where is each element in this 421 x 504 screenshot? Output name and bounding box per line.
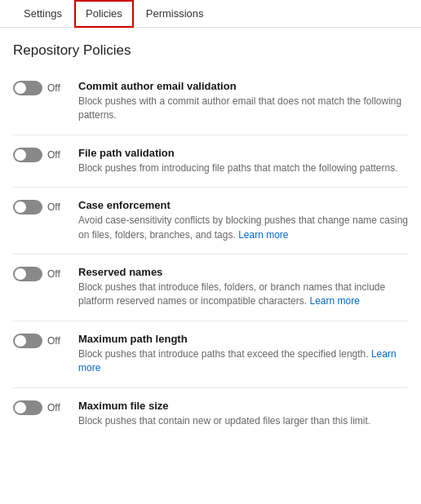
- policy-desc-case-enforcement: Avoid case-sensitivity conflicts by bloc…: [78, 214, 408, 242]
- policy-link-case-enforcement[interactable]: Learn more: [238, 229, 288, 241]
- policy-content-max-path-length: Maximum path lengthBlock pushes that int…: [78, 333, 408, 376]
- policy-name-max-file-size: Maximum file size: [78, 400, 408, 412]
- toggle-commit-author-email[interactable]: [13, 81, 42, 95]
- policy-item-max-path-length: OffMaximum path lengthBlock pushes that …: [13, 321, 408, 388]
- toggle-max-file-size[interactable]: [13, 400, 42, 415]
- nav-item-permissions[interactable]: Permissions: [135, 0, 215, 28]
- toggle-file-path-validation[interactable]: [13, 148, 42, 162]
- policy-item-commit-author-email: OffCommit author email validationBlock p…: [13, 69, 408, 135]
- policy-name-case-enforcement: Case enforcement: [78, 199, 408, 211]
- policy-content-commit-author-email: Commit author email validationBlock push…: [78, 80, 408, 123]
- toggle-label-commit-author-email: Off: [47, 82, 60, 94]
- toggle-label-reserved-names: Off: [47, 268, 60, 280]
- policy-name-reserved-names: Reserved names: [78, 266, 408, 278]
- policy-content-file-path-validation: File path validationBlock pushes from in…: [78, 147, 408, 175]
- toggle-label-max-path-length: Off: [47, 335, 60, 347]
- policy-desc-reserved-names: Block pushes that introduce files, folde…: [78, 281, 408, 309]
- toggle-container-reserved-names: Off: [13, 266, 78, 281]
- policy-desc-max-file-size: Block pushes that contain new or updated…: [78, 414, 408, 428]
- toggle-label-max-file-size: Off: [47, 402, 60, 413]
- nav-item-permissions-label: Permissions: [146, 7, 204, 20]
- toggle-label-case-enforcement: Off: [47, 201, 60, 213]
- policy-item-max-file-size: OffMaximum file sizeBlock pushes that co…: [13, 388, 408, 440]
- nav-item-settings[interactable]: Settings: [13, 0, 73, 28]
- nav-item-policies[interactable]: Policies: [74, 0, 134, 28]
- policy-name-max-path-length: Maximum path length: [78, 333, 408, 345]
- top-nav: Settings Policies Permissions: [0, 0, 421, 28]
- toggle-max-path-length[interactable]: [13, 334, 42, 348]
- policy-content-max-file-size: Maximum file sizeBlock pushes that conta…: [78, 400, 408, 428]
- page-title: Repository Policies: [0, 28, 421, 69]
- policy-link-reserved-names[interactable]: Learn more: [309, 295, 359, 307]
- toggle-container-commit-author-email: Off: [13, 80, 78, 95]
- policy-item-case-enforcement: OffCase enforcementAvoid case-sensitivit…: [13, 188, 408, 254]
- toggle-container-file-path-validation: Off: [13, 147, 78, 162]
- policy-name-file-path-validation: File path validation: [78, 147, 408, 159]
- policy-desc-max-path-length: Block pushes that introduce paths that e…: [78, 347, 408, 376]
- nav-item-policies-label: Policies: [86, 7, 122, 20]
- toggle-label-file-path-validation: Off: [47, 149, 60, 161]
- nav-item-settings-label: Settings: [24, 7, 62, 20]
- policy-list: OffCommit author email validationBlock p…: [0, 69, 421, 440]
- policy-link-max-path-length[interactable]: Learn more: [78, 348, 397, 374]
- policy-desc-commit-author-email: Block pushes with a commit author email …: [78, 95, 408, 123]
- toggle-container-max-path-length: Off: [13, 333, 78, 348]
- policy-desc-file-path-validation: Block pushes from introducing file paths…: [78, 161, 408, 175]
- toggle-container-case-enforcement: Off: [13, 199, 78, 214]
- policy-content-reserved-names: Reserved namesBlock pushes that introduc…: [78, 266, 408, 309]
- policy-item-reserved-names: OffReserved namesBlock pushes that intro…: [13, 254, 408, 321]
- policy-content-case-enforcement: Case enforcementAvoid case-sensitivity c…: [78, 199, 408, 242]
- policy-name-commit-author-email: Commit author email validation: [78, 80, 408, 92]
- toggle-reserved-names[interactable]: [13, 267, 42, 281]
- policy-item-file-path-validation: OffFile path validationBlock pushes from…: [13, 135, 408, 188]
- toggle-container-max-file-size: Off: [13, 400, 78, 415]
- toggle-case-enforcement[interactable]: [13, 200, 42, 214]
